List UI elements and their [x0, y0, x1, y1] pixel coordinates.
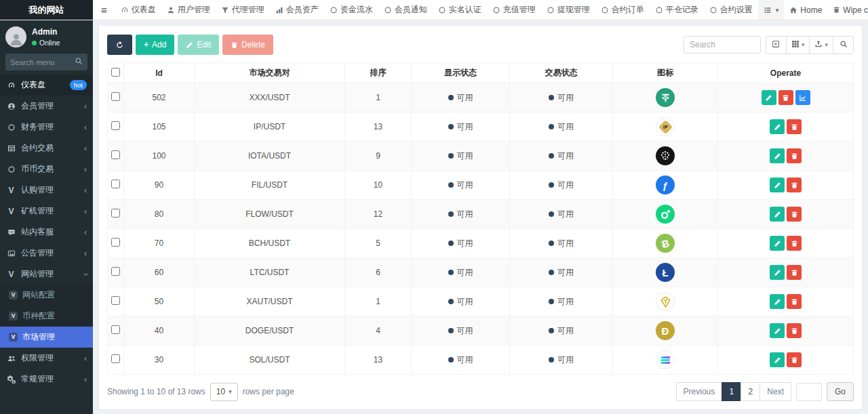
- search-toggle-button[interactable]: [833, 36, 854, 54]
- home-link[interactable]: Home: [784, 0, 827, 20]
- top-nav-item[interactable]: 代理管理: [216, 0, 270, 20]
- row-checkbox[interactable]: [111, 325, 120, 334]
- search-input[interactable]: [684, 36, 761, 54]
- top-nav-item[interactable]: 实名认证: [433, 0, 487, 20]
- refresh-button[interactable]: [107, 35, 132, 55]
- delete-row-button[interactable]: [787, 265, 802, 280]
- row-checkbox[interactable]: [111, 296, 120, 305]
- edit-row-button[interactable]: [770, 178, 785, 192]
- row-checkbox[interactable]: [111, 267, 120, 276]
- card-view-button[interactable]: [766, 36, 787, 54]
- delete-row-button[interactable]: [787, 207, 802, 222]
- row-checkbox[interactable]: [111, 209, 120, 218]
- page-number-button[interactable]: 2: [741, 382, 760, 401]
- circle-icon: [330, 6, 338, 14]
- column-header[interactable]: 排序: [345, 63, 412, 83]
- export-button[interactable]: ▾: [809, 36, 833, 54]
- go-button[interactable]: Go: [827, 382, 854, 401]
- edit-row-button[interactable]: [770, 119, 785, 134]
- coin-icon-cell: IP: [613, 112, 718, 142]
- sidebar-item[interactable]: V矿机管理‹: [0, 201, 93, 222]
- sidebar-item[interactable]: 权限管理‹: [0, 348, 93, 369]
- status-dot-icon: [448, 153, 454, 159]
- ip-coin-icon: IP: [656, 117, 675, 136]
- bar-chart-icon: [275, 6, 283, 14]
- edit-button[interactable]: Edit: [178, 35, 219, 55]
- sidebar-item[interactable]: 会员管理‹: [0, 96, 93, 117]
- top-nav-item[interactable]: 合约设置: [704, 0, 758, 20]
- sidebar-item[interactable]: V网站管理‹: [0, 264, 93, 285]
- delete-row-button[interactable]: [787, 119, 802, 134]
- sidebar-subitem[interactable]: V市场管理: [0, 327, 93, 348]
- sidebar-item[interactable]: 常规管理‹: [0, 369, 93, 390]
- sidebar-item[interactable]: 仪表盘hot: [0, 75, 93, 96]
- top-nav-item[interactable]: 充值管理: [487, 0, 541, 20]
- sidebar-search-input[interactable]: [10, 58, 72, 66]
- brand[interactable]: 我的网站: [0, 0, 93, 20]
- columns-button[interactable]: ▾: [786, 36, 810, 54]
- edit-row-button[interactable]: [770, 352, 785, 367]
- delete-row-button[interactable]: [787, 236, 802, 251]
- sidebar-item[interactable]: 站内客服‹: [0, 222, 93, 243]
- row-checkbox[interactable]: [111, 238, 120, 247]
- top-nav-item[interactable]: 会员通知: [378, 0, 433, 20]
- sidebar-toggle-button[interactable]: ≡: [93, 0, 115, 20]
- top-nav-item[interactable]: 提现管理: [541, 0, 595, 20]
- column-header[interactable]: 图标: [613, 63, 718, 83]
- page-size-dropdown[interactable]: 10▾: [210, 383, 238, 401]
- edit-row-button[interactable]: [770, 148, 785, 163]
- edit-row-button[interactable]: [770, 265, 785, 280]
- top-menu-dropdown-button[interactable]: ▾: [758, 0, 785, 20]
- sidebar-subitem-label: 市场管理: [22, 332, 55, 342]
- page-number-button[interactable]: 1: [722, 382, 741, 401]
- sidebar-subitem[interactable]: V币种配置: [0, 306, 93, 327]
- edit-row-button[interactable]: [770, 323, 785, 338]
- edit-row-button[interactable]: [762, 90, 776, 105]
- select-all-checkbox[interactable]: [111, 68, 120, 77]
- delete-row-button[interactable]: [787, 148, 802, 163]
- sidebar-item[interactable]: 合约交易‹: [0, 138, 93, 159]
- top-nav-item[interactable]: 用户管理: [161, 0, 216, 20]
- sidebar-item[interactable]: V认购管理‹: [0, 180, 93, 201]
- column-header[interactable]: 显示状态: [412, 63, 510, 83]
- row-checkbox[interactable]: [111, 354, 120, 363]
- add-button[interactable]: +Add: [136, 35, 174, 55]
- column-header[interactable]: Id: [124, 63, 195, 83]
- edit-row-button[interactable]: [770, 236, 785, 251]
- delete-row-button[interactable]: [787, 323, 802, 338]
- row-checkbox[interactable]: [111, 180, 120, 188]
- edit-row-button[interactable]: [770, 207, 785, 222]
- top-nav-item[interactable]: 仪表盘: [115, 0, 161, 20]
- column-header[interactable]: 市场交易对: [195, 63, 345, 83]
- delete-row-button[interactable]: [778, 90, 793, 105]
- chart-row-button[interactable]: [795, 90, 810, 105]
- row-checkbox[interactable]: [111, 150, 120, 159]
- edit-row-button[interactable]: [770, 294, 785, 309]
- column-header[interactable]: 交易状态: [510, 63, 613, 83]
- search-icon[interactable]: [75, 57, 83, 67]
- sidebar-subitem[interactable]: V网站配置: [0, 285, 93, 306]
- delete-row-button[interactable]: [787, 294, 802, 309]
- column-header[interactable]: Operate: [718, 63, 854, 83]
- row-checkbox[interactable]: [111, 92, 120, 101]
- table-row: 90FIL/USDT10可用可用ƒ: [108, 171, 854, 200]
- top-nav-item[interactable]: 合约订单: [595, 0, 650, 20]
- delete-row-button[interactable]: [787, 352, 802, 367]
- next-page-button[interactable]: Next: [760, 382, 791, 401]
- sort-cell: 1: [345, 83, 412, 112]
- select-all-cell: [108, 63, 124, 83]
- page-jump-input[interactable]: [796, 383, 822, 401]
- top-nav-item[interactable]: 会员资产: [270, 0, 324, 20]
- show-status-cell: 可用: [412, 171, 510, 200]
- previous-page-button[interactable]: Previous: [676, 382, 723, 401]
- top-nav-item[interactable]: 资金流水: [324, 0, 378, 20]
- delete-row-button[interactable]: [787, 178, 802, 192]
- row-checkbox[interactable]: [111, 121, 120, 130]
- delete-button[interactable]: Delete: [222, 35, 273, 55]
- sidebar-item[interactable]: 财务管理‹: [0, 117, 93, 138]
- top-nav-item[interactable]: 平仓记录: [650, 0, 704, 20]
- sidebar-item[interactable]: 币币交易‹: [0, 159, 93, 180]
- wipe-cache-button[interactable]: Wipe cache: [827, 0, 868, 20]
- sidebar-item[interactable]: 公告管理‹: [0, 243, 93, 264]
- online-label: Online: [39, 39, 60, 47]
